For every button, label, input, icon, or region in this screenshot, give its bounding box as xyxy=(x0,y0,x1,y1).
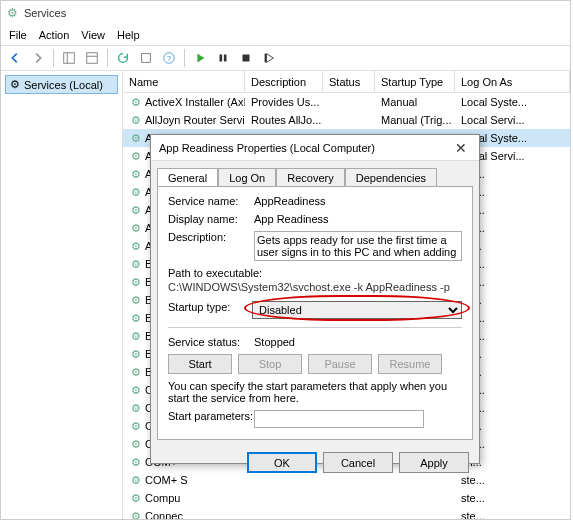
value-description[interactable]: Gets apps ready for use the first time a… xyxy=(254,231,462,261)
label-path: Path to executable: xyxy=(168,267,462,279)
gear-icon: ⚙ xyxy=(10,78,20,91)
pause-button: Pause xyxy=(308,354,372,374)
svg-rect-9 xyxy=(243,55,250,62)
svg-rect-8 xyxy=(224,55,227,62)
svg-rect-7 xyxy=(220,55,223,62)
cancel-button[interactable]: Cancel xyxy=(323,452,393,473)
gear-icon: ⚙ xyxy=(129,510,143,520)
stop-service-button[interactable] xyxy=(236,48,256,68)
window-title: Services xyxy=(24,7,66,19)
menu-help[interactable]: Help xyxy=(117,29,140,41)
forward-button[interactable] xyxy=(28,48,48,68)
close-icon[interactable]: ✕ xyxy=(451,140,471,156)
label-description: Description: xyxy=(168,231,254,243)
gear-icon: ⚙ xyxy=(129,294,143,307)
stop-button: Stop xyxy=(238,354,302,374)
label-service-status: Service status: xyxy=(168,336,254,348)
gear-icon: ⚙ xyxy=(129,222,143,235)
gear-icon: ⚙ xyxy=(129,276,143,289)
value-service-status: Stopped xyxy=(254,336,462,348)
start-service-button[interactable] xyxy=(190,48,210,68)
gear-icon: ⚙ xyxy=(129,312,143,325)
tab-body-general: Service name: AppReadiness Display name:… xyxy=(157,186,473,440)
services-icon: ⚙ xyxy=(7,6,18,20)
start-button[interactable]: Start xyxy=(168,354,232,374)
ok-button[interactable]: OK xyxy=(247,452,317,473)
gear-icon: ⚙ xyxy=(129,420,143,433)
note-text: You can specify the start parameters tha… xyxy=(168,380,462,404)
svg-rect-4 xyxy=(142,54,151,63)
menu-file[interactable]: File xyxy=(9,29,27,41)
table-row[interactable]: ⚙AllJoyn Router ServiceRoutes AllJo...Ma… xyxy=(123,111,570,129)
gear-icon: ⚙ xyxy=(129,366,143,379)
svg-rect-10 xyxy=(265,54,267,63)
gear-icon: ⚙ xyxy=(129,96,143,109)
col-name[interactable]: Name xyxy=(123,71,245,92)
gear-icon: ⚙ xyxy=(129,348,143,361)
gear-icon: ⚙ xyxy=(129,186,143,199)
svg-rect-0 xyxy=(64,53,75,64)
menu-view[interactable]: View xyxy=(81,29,105,41)
gear-icon: ⚙ xyxy=(129,456,143,469)
label-display-name: Display name: xyxy=(168,213,254,225)
tab-dependencies[interactable]: Dependencies xyxy=(345,168,437,187)
back-button[interactable] xyxy=(5,48,25,68)
col-startup[interactable]: Startup Type xyxy=(375,71,455,92)
pause-service-button[interactable] xyxy=(213,48,233,68)
apply-button[interactable]: Apply xyxy=(399,452,469,473)
col-logon[interactable]: Log On As xyxy=(455,71,570,92)
properties-dialog: App Readiness Properties (Local Computer… xyxy=(150,134,480,464)
table-row[interactable]: ⚙Compuste... xyxy=(123,489,570,507)
gear-icon: ⚙ xyxy=(129,240,143,253)
menu-action[interactable]: Action xyxy=(39,29,70,41)
titlebar: ⚙ Services xyxy=(1,1,570,25)
tree-node-label: Services (Local) xyxy=(24,79,103,91)
resume-button: Resume xyxy=(378,354,442,374)
col-description[interactable]: Description xyxy=(245,71,323,92)
gear-icon: ⚙ xyxy=(129,204,143,217)
tab-recovery[interactable]: Recovery xyxy=(276,168,344,187)
show-hide-button[interactable] xyxy=(59,48,79,68)
export-button[interactable] xyxy=(136,48,156,68)
value-service-name: AppReadiness xyxy=(254,195,462,207)
gear-icon: ⚙ xyxy=(129,474,143,487)
dialog-titlebar: App Readiness Properties (Local Computer… xyxy=(151,135,479,161)
svg-text:?: ? xyxy=(167,54,172,63)
start-parameters-input[interactable] xyxy=(254,410,424,428)
label-start-params: Start parameters: xyxy=(168,410,254,422)
toolbar: ? xyxy=(1,45,570,71)
gear-icon: ⚙ xyxy=(129,438,143,451)
value-path: C:\WINDOWS\System32\svchost.exe -k AppRe… xyxy=(168,281,462,293)
refresh-button[interactable] xyxy=(113,48,133,68)
tree-node-services-local[interactable]: ⚙ Services (Local) xyxy=(5,75,118,94)
table-row[interactable]: ⚙ActiveX Installer (AxInstSV)Provides Us… xyxy=(123,93,570,111)
gear-icon: ⚙ xyxy=(129,168,143,181)
value-display-name: App Readiness xyxy=(254,213,462,225)
label-startup-type: Startup type: xyxy=(168,301,252,313)
tab-general[interactable]: General xyxy=(157,168,218,187)
svg-rect-2 xyxy=(87,53,98,64)
label-service-name: Service name: xyxy=(168,195,254,207)
restart-service-button[interactable] xyxy=(259,48,279,68)
gear-icon: ⚙ xyxy=(129,330,143,343)
dialog-title: App Readiness Properties (Local Computer… xyxy=(159,142,375,154)
gear-icon: ⚙ xyxy=(129,492,143,505)
column-headers: Name Description Status Startup Type Log… xyxy=(123,71,570,93)
help-button[interactable]: ? xyxy=(159,48,179,68)
gear-icon: ⚙ xyxy=(129,402,143,415)
tab-logon[interactable]: Log On xyxy=(218,168,276,187)
properties-button[interactable] xyxy=(82,48,102,68)
dialog-tabs: General Log On Recovery Dependencies xyxy=(151,161,479,186)
gear-icon: ⚙ xyxy=(129,114,143,127)
dialog-button-row: OK Cancel Apply xyxy=(151,446,479,479)
gear-icon: ⚙ xyxy=(129,132,143,145)
sidebar: ⚙ Services (Local) xyxy=(1,71,123,519)
table-row[interactable]: ⚙Connecste... xyxy=(123,507,570,519)
gear-icon: ⚙ xyxy=(129,384,143,397)
col-status[interactable]: Status xyxy=(323,71,375,92)
menubar: File Action View Help xyxy=(1,25,570,45)
startup-type-select[interactable]: Disabled xyxy=(252,301,462,319)
gear-icon: ⚙ xyxy=(129,150,143,163)
gear-icon: ⚙ xyxy=(129,258,143,271)
